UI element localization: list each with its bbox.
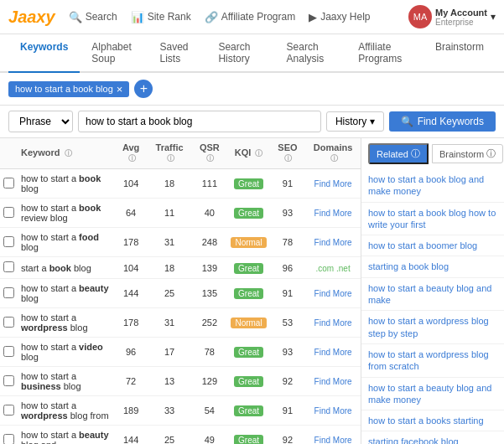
sidebar-item[interactable]: how to start a book blog and make money [361, 169, 504, 203]
play-icon: ▶ [309, 11, 317, 23]
row-checkbox[interactable] [3, 236, 14, 247]
find-more-link[interactable]: Find More [314, 377, 352, 386]
domains-cell[interactable]: Find More [305, 169, 361, 199]
kqi-cell: Great [227, 426, 269, 445]
related-button[interactable]: Related ⓘ [368, 143, 429, 164]
row-checkbox[interactable] [3, 405, 14, 416]
domains-cell[interactable]: Find More [305, 228, 361, 257]
find-more-link[interactable]: Find More [314, 209, 352, 218]
domains-cell[interactable]: Find More [305, 199, 361, 228]
header-traffic[interactable]: Traffic ⓘ [148, 138, 191, 169]
tab-bar: Keywords Alphabet Soup Saved Lists Searc… [0, 34, 504, 73]
row-checkbox[interactable] [3, 261, 14, 272]
keyword-cell: how to start a business blog [18, 367, 114, 396]
search-icon: 🔍 [401, 116, 413, 127]
header-domains[interactable]: Domains ⓘ [305, 138, 361, 169]
avg-cell: 189 [114, 396, 148, 426]
domains-cell[interactable]: Find More [305, 308, 361, 338]
logo[interactable]: Jaaxy [8, 8, 55, 27]
add-keyword-button[interactable]: + [134, 80, 153, 98]
traffic-cell: 18 [148, 169, 191, 199]
find-more-link[interactable]: Find More [314, 289, 352, 298]
sidebar-item[interactable]: how to start a book blog how to write yo… [361, 203, 504, 236]
search-input[interactable] [78, 111, 321, 132]
table-row: how to start a book blog10418111Great91F… [0, 169, 361, 199]
find-keywords-button[interactable]: 🔍 Find Keywords [389, 111, 496, 132]
history-button[interactable]: History ▾ [326, 111, 384, 132]
sidebar-item[interactable]: starting facebook blog [361, 431, 504, 444]
sidebar-item[interactable]: how to start a boomer blog [361, 235, 504, 256]
table-row: how to start a video blog961778Great93Fi… [0, 338, 361, 367]
kqi-cell: Great [227, 169, 269, 199]
tag-close-icon[interactable]: × [117, 84, 123, 95]
find-more-link[interactable]: Find More [314, 318, 352, 328]
header-keyword[interactable]: Keyword ⓘ [18, 138, 114, 169]
main-content: Keyword ⓘ Avg ⓘ Traffic ⓘ QSR ⓘ KQI ⓘ SE… [0, 138, 504, 444]
nav-help[interactable]: ▶ Jaaxy Help [309, 11, 370, 23]
sidebar-item[interactable]: how to start a books starting [361, 410, 504, 431]
tab-alphabet-soup[interactable]: Alphabet Soup [80, 34, 148, 73]
sidebar-item[interactable]: how to start a wordpress blog from scrat… [361, 344, 504, 378]
header-qsr[interactable]: QSR ⓘ [191, 138, 227, 169]
find-more-link[interactable]: Find More [314, 348, 352, 357]
domains-cell[interactable]: Find More [305, 426, 361, 445]
kqi-cell: Great [227, 338, 269, 367]
find-more-link[interactable]: Find More [314, 179, 352, 188]
tab-affiliate-programs[interactable]: Affiliate Programs [346, 34, 423, 73]
row-checkbox-cell [0, 228, 18, 257]
qsr-cell: 129 [191, 367, 227, 396]
keyword-cell: how to start a beauty blog and [18, 426, 114, 445]
row-checkbox[interactable] [3, 434, 14, 445]
sidebar: Related ⓘ Brainstorm ⓘ how to start a bo… [361, 138, 504, 444]
header-kqi[interactable]: KQI ⓘ [227, 138, 269, 169]
top-nav: Jaaxy 🔍 Search 📊 Site Rank 🔗 Affiliate P… [0, 0, 504, 34]
row-checkbox-cell [0, 367, 18, 396]
sidebar-item[interactable]: starting a book blog [361, 256, 504, 277]
keyword-table: Keyword ⓘ Avg ⓘ Traffic ⓘ QSR ⓘ KQI ⓘ SE… [0, 138, 361, 444]
keyword-cell: how to start a video blog [18, 338, 114, 367]
avatar: MA [408, 5, 432, 28]
nav-siterank[interactable]: 📊 Site Rank [131, 11, 191, 23]
domains-cell[interactable]: Find More [305, 396, 361, 426]
table-row: how to start a wordpress blog17831252Nor… [0, 308, 361, 338]
tab-brainstorm[interactable]: Brainstorm [423, 34, 496, 73]
tab-keywords[interactable]: Keywords [8, 34, 80, 73]
kqi-cell: Great [227, 279, 269, 308]
sidebar-item[interactable]: how to start a beauty blog and make [361, 278, 504, 312]
keyword-tag[interactable]: how to start a book blog × [8, 81, 129, 97]
find-more-link[interactable]: Find More [314, 406, 352, 416]
header-avg[interactable]: Avg ⓘ [114, 138, 148, 169]
domains-cell[interactable]: Find More [305, 338, 361, 367]
account-area[interactable]: MA My Account Enterprise ▾ [408, 5, 496, 28]
find-more-link[interactable]: Find More [314, 436, 352, 444]
tab-search-history[interactable]: Search History [206, 34, 274, 73]
phrase-select[interactable]: Phrase [8, 111, 73, 132]
find-more-link[interactable]: Find More [314, 238, 352, 247]
row-checkbox[interactable] [3, 287, 14, 298]
domains-cell[interactable]: .com .net [305, 257, 361, 279]
header-seo[interactable]: SEO ⓘ [270, 138, 306, 169]
row-checkbox[interactable] [3, 346, 14, 357]
row-checkbox[interactable] [3, 317, 14, 328]
domains-cell[interactable]: Find More [305, 279, 361, 308]
brainstorm-button[interactable]: Brainstorm ⓘ [432, 144, 503, 163]
row-checkbox[interactable] [3, 178, 14, 188]
qsr-cell: 135 [191, 279, 227, 308]
kqi-cell: Normal [227, 228, 269, 257]
tab-search-analysis[interactable]: Search Analysis [275, 34, 347, 73]
nav-affiliate[interactable]: 🔗 Affiliate Program [205, 11, 295, 23]
tab-saved-lists[interactable]: Saved Lists [148, 34, 207, 73]
row-checkbox[interactable] [3, 375, 14, 386]
seo-cell: 91 [270, 396, 306, 426]
keyword-cell: how to start a book blog [18, 169, 114, 199]
sidebar-item[interactable]: how to start a beauty blog and make mone… [361, 378, 504, 411]
domains-cell[interactable]: Find More [305, 367, 361, 396]
sidebar-item[interactable]: how to start a wordpress blog step by st… [361, 311, 504, 344]
row-checkbox[interactable] [3, 207, 14, 218]
header-checkbox [0, 138, 18, 169]
qsr-cell: 252 [191, 308, 227, 338]
avg-cell: 178 [114, 308, 148, 338]
nav-search[interactable]: 🔍 Search [69, 11, 117, 23]
avg-cell: 96 [114, 338, 148, 367]
traffic-cell: 25 [148, 426, 191, 445]
